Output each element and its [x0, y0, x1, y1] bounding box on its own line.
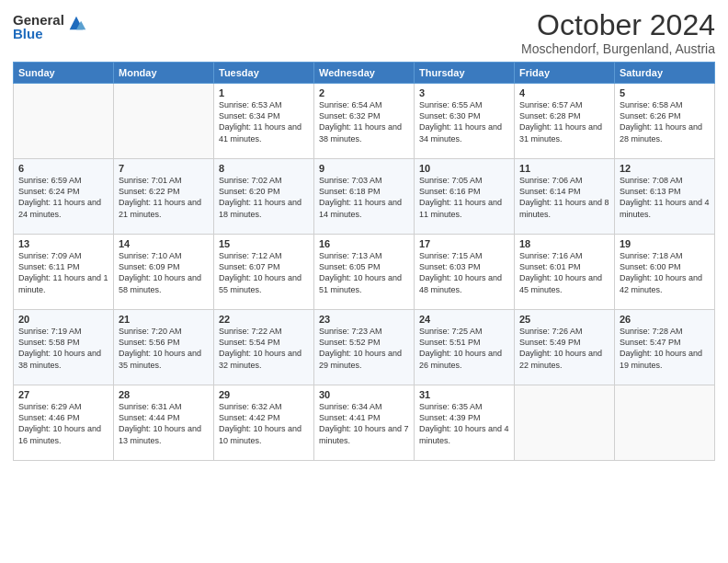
table-row: 12Sunrise: 7:08 AM Sunset: 6:13 PM Dayli… — [615, 159, 715, 235]
table-row: 23Sunrise: 7:23 AM Sunset: 5:52 PM Dayli… — [314, 310, 415, 385]
header-tuesday: Tuesday — [214, 63, 314, 84]
table-row — [114, 84, 214, 159]
week-row-1: 6Sunrise: 6:59 AM Sunset: 6:24 PM Daylig… — [14, 159, 715, 235]
cell-content: Sunrise: 7:13 AM Sunset: 6:05 PM Dayligh… — [319, 250, 409, 295]
header-thursday: Thursday — [415, 63, 515, 84]
day-number: 30 — [319, 389, 409, 400]
table-row — [14, 84, 114, 159]
day-number: 20 — [18, 314, 108, 325]
table-row: 28Sunrise: 6:31 AM Sunset: 4:44 PM Dayli… — [114, 385, 214, 461]
cell-content: Sunrise: 6:58 AM Sunset: 6:26 PM Dayligh… — [620, 99, 710, 144]
table-row — [615, 385, 715, 461]
day-number: 4 — [519, 87, 609, 98]
week-row-2: 13Sunrise: 7:09 AM Sunset: 6:11 PM Dayli… — [14, 235, 715, 310]
location-title: Moschendorf, Burgenland, Austria — [521, 41, 715, 56]
day-number: 22 — [219, 314, 309, 325]
logo: General Blue — [13, 13, 86, 40]
table-row: 15Sunrise: 7:12 AM Sunset: 6:07 PM Dayli… — [214, 235, 314, 310]
cell-content: Sunrise: 6:59 AM Sunset: 6:24 PM Dayligh… — [18, 175, 108, 220]
table-row: 18Sunrise: 7:16 AM Sunset: 6:01 PM Dayli… — [515, 235, 615, 310]
table-row: 11Sunrise: 7:06 AM Sunset: 6:14 PM Dayli… — [515, 159, 615, 235]
logo-general: General — [13, 13, 64, 27]
cell-content: Sunrise: 7:10 AM Sunset: 6:09 PM Dayligh… — [119, 250, 209, 295]
cell-content: Sunrise: 7:19 AM Sunset: 5:58 PM Dayligh… — [18, 326, 108, 371]
table-row: 24Sunrise: 7:25 AM Sunset: 5:51 PM Dayli… — [415, 310, 515, 385]
cell-content: Sunrise: 6:31 AM Sunset: 4:44 PM Dayligh… — [119, 401, 209, 446]
week-row-0: 1Sunrise: 6:53 AM Sunset: 6:34 PM Daylig… — [14, 84, 715, 159]
cell-content: Sunrise: 6:54 AM Sunset: 6:32 PM Dayligh… — [319, 99, 409, 144]
table-row: 1Sunrise: 6:53 AM Sunset: 6:34 PM Daylig… — [214, 84, 314, 159]
cell-content: Sunrise: 7:25 AM Sunset: 5:51 PM Dayligh… — [419, 326, 509, 371]
table-row: 16Sunrise: 7:13 AM Sunset: 6:05 PM Dayli… — [314, 235, 415, 310]
day-number: 18 — [519, 238, 609, 249]
day-number: 5 — [620, 87, 710, 98]
day-number: 11 — [519, 163, 609, 174]
day-number: 25 — [519, 314, 609, 325]
cell-content: Sunrise: 7:18 AM Sunset: 6:00 PM Dayligh… — [620, 250, 710, 295]
day-number: 29 — [219, 389, 309, 400]
cell-content: Sunrise: 7:02 AM Sunset: 6:20 PM Dayligh… — [219, 175, 309, 220]
header-saturday: Saturday — [615, 63, 715, 84]
cell-content: Sunrise: 6:55 AM Sunset: 6:30 PM Dayligh… — [419, 99, 509, 144]
cell-content: Sunrise: 7:01 AM Sunset: 6:22 PM Dayligh… — [119, 175, 209, 220]
week-row-4: 27Sunrise: 6:29 AM Sunset: 4:46 PM Dayli… — [14, 385, 715, 461]
weekday-header-row: Sunday Monday Tuesday Wednesday Thursday… — [14, 63, 715, 84]
cell-content: Sunrise: 7:20 AM Sunset: 5:56 PM Dayligh… — [119, 326, 209, 371]
day-number: 13 — [18, 238, 108, 249]
day-number: 9 — [319, 163, 409, 174]
cell-content: Sunrise: 7:08 AM Sunset: 6:13 PM Dayligh… — [620, 175, 710, 220]
table-row: 31Sunrise: 6:35 AM Sunset: 4:39 PM Dayli… — [415, 385, 515, 461]
table-row: 9Sunrise: 7:03 AM Sunset: 6:18 PM Daylig… — [314, 159, 415, 235]
cell-content: Sunrise: 7:09 AM Sunset: 6:11 PM Dayligh… — [18, 250, 108, 295]
day-number: 14 — [119, 238, 209, 249]
table-row: 17Sunrise: 7:15 AM Sunset: 6:03 PM Dayli… — [415, 235, 515, 310]
table-row: 21Sunrise: 7:20 AM Sunset: 5:56 PM Dayli… — [114, 310, 214, 385]
cell-content: Sunrise: 7:16 AM Sunset: 6:01 PM Dayligh… — [519, 250, 609, 295]
header-sunday: Sunday — [14, 63, 114, 84]
cell-content: Sunrise: 7:26 AM Sunset: 5:49 PM Dayligh… — [519, 326, 609, 371]
day-number: 27 — [18, 389, 108, 400]
day-number: 21 — [119, 314, 209, 325]
logo-icon — [66, 13, 86, 33]
day-number: 23 — [319, 314, 409, 325]
cell-content: Sunrise: 7:12 AM Sunset: 6:07 PM Dayligh… — [219, 250, 309, 295]
header: General Blue October 2024 Moschendorf, B… — [13, 9, 715, 56]
month-title: October 2024 — [521, 9, 715, 41]
table-row: 7Sunrise: 7:01 AM Sunset: 6:22 PM Daylig… — [114, 159, 214, 235]
day-number: 7 — [119, 163, 209, 174]
table-row: 22Sunrise: 7:22 AM Sunset: 5:54 PM Dayli… — [214, 310, 314, 385]
day-number: 1 — [219, 87, 309, 98]
table-row: 10Sunrise: 7:05 AM Sunset: 6:16 PM Dayli… — [415, 159, 515, 235]
header-friday: Friday — [515, 63, 615, 84]
day-number: 8 — [219, 163, 309, 174]
cell-content: Sunrise: 6:53 AM Sunset: 6:34 PM Dayligh… — [219, 99, 309, 144]
table-row: 3Sunrise: 6:55 AM Sunset: 6:30 PM Daylig… — [415, 84, 515, 159]
day-number: 31 — [419, 389, 509, 400]
day-number: 6 — [18, 163, 108, 174]
day-number: 3 — [419, 87, 509, 98]
cell-content: Sunrise: 7:05 AM Sunset: 6:16 PM Dayligh… — [419, 175, 509, 220]
day-number: 28 — [119, 389, 209, 400]
day-number: 15 — [219, 238, 309, 249]
table-row: 14Sunrise: 7:10 AM Sunset: 6:09 PM Dayli… — [114, 235, 214, 310]
logo-blue: Blue — [13, 27, 64, 40]
table-row — [515, 385, 615, 461]
day-number: 24 — [419, 314, 509, 325]
page: General Blue October 2024 Moschendorf, B… — [0, 0, 728, 563]
day-number: 12 — [620, 163, 710, 174]
cell-content: Sunrise: 7:03 AM Sunset: 6:18 PM Dayligh… — [319, 175, 409, 220]
table-row: 27Sunrise: 6:29 AM Sunset: 4:46 PM Dayli… — [14, 385, 114, 461]
day-number: 10 — [419, 163, 509, 174]
table-row: 8Sunrise: 7:02 AM Sunset: 6:20 PM Daylig… — [214, 159, 314, 235]
cell-content: Sunrise: 7:22 AM Sunset: 5:54 PM Dayligh… — [219, 326, 309, 371]
cell-content: Sunrise: 6:32 AM Sunset: 4:42 PM Dayligh… — [219, 401, 309, 446]
cell-content: Sunrise: 6:34 AM Sunset: 4:41 PM Dayligh… — [319, 401, 409, 446]
table-row: 30Sunrise: 6:34 AM Sunset: 4:41 PM Dayli… — [314, 385, 415, 461]
table-row: 20Sunrise: 7:19 AM Sunset: 5:58 PM Dayli… — [14, 310, 114, 385]
day-number: 19 — [620, 238, 710, 249]
table-row: 29Sunrise: 6:32 AM Sunset: 4:42 PM Dayli… — [214, 385, 314, 461]
header-wednesday: Wednesday — [314, 63, 415, 84]
logo-text: General Blue — [13, 13, 64, 40]
table-row: 4Sunrise: 6:57 AM Sunset: 6:28 PM Daylig… — [515, 84, 615, 159]
cell-content: Sunrise: 7:15 AM Sunset: 6:03 PM Dayligh… — [419, 250, 509, 295]
